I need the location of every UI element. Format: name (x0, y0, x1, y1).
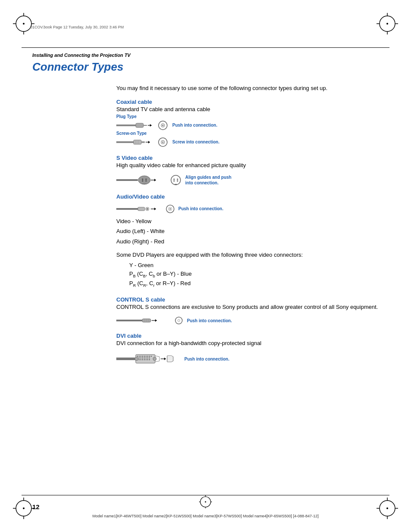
coaxial-plug-svg (116, 121, 155, 130)
svideo-row: Align guides and pushinto connection. (116, 174, 383, 186)
coaxial-title: Coaxial cable (116, 99, 383, 105)
main-content: You may find it necessary to use some of… (116, 84, 383, 373)
screw-type-label: Screw-on Type (116, 131, 383, 136)
svg-point-44 (138, 176, 150, 184)
svg-point-31 (162, 124, 164, 126)
svg-marker-73 (155, 319, 157, 322)
page-title: Connector Types (32, 60, 123, 74)
svg-rect-88 (139, 358, 140, 358)
av-color-3: Audio (Right) - Red (116, 237, 383, 246)
svg-rect-77 (136, 355, 155, 363)
svg-rect-59 (138, 207, 145, 211)
dvi-cable-svg (116, 352, 181, 365)
svg-point-66 (170, 208, 171, 209)
file-metadata: 01COV.book Page 12 Tuesday, July 30, 200… (30, 25, 124, 29)
svg-point-45 (142, 178, 143, 180)
dvd-list-item-2: PB (CB, Cb or B–Y) - Blue (129, 270, 383, 279)
top-rule (22, 47, 389, 48)
svideo-align-note: Align guides and pushinto connection. (185, 174, 231, 186)
svg-rect-25 (136, 123, 143, 128)
av-row: Push into connection. (116, 204, 383, 214)
svg-rect-96 (139, 359, 140, 360)
svg-marker-63 (154, 208, 156, 210)
dvi-row: Push into connection. (116, 352, 383, 365)
svg-rect-81 (142, 356, 143, 357)
svg-rect-83 (146, 356, 146, 357)
svideo-title: S Video cable (116, 155, 383, 161)
footer-text: Model name1[KP-46WT500] Model name2[KP-5… (0, 514, 411, 518)
dvi-push-note: Push into connection. (184, 357, 229, 361)
av-cable-svg (116, 204, 164, 214)
svg-point-56 (177, 180, 178, 181)
svg-rect-92 (146, 358, 146, 358)
svg-rect-94 (149, 358, 150, 358)
svg-rect-89 (140, 358, 141, 358)
svg-point-52 (171, 175, 181, 185)
intro-text: You may find it necessary to use some of… (116, 84, 383, 93)
svg-point-48 (146, 180, 147, 181)
svg-rect-37 (141, 141, 145, 143)
av-socket-svg (165, 204, 175, 214)
dvi-title: DVI cable (116, 333, 383, 339)
svg-rect-97 (140, 359, 141, 360)
svg-point-19 (386, 507, 388, 509)
center-bottom-mark (199, 495, 212, 510)
svg-point-54 (177, 178, 178, 180)
av-color-1: Video - Yellow (116, 217, 383, 226)
svg-point-74 (175, 317, 182, 324)
svg-marker-28 (150, 124, 152, 127)
svg-rect-100 (146, 359, 146, 360)
svideo-desc: High quality video cable for enhanced pi… (116, 162, 383, 168)
coaxial-socket-svg (157, 121, 169, 130)
svg-rect-93 (147, 358, 148, 358)
svg-point-61 (147, 208, 148, 209)
coaxial-screw-svg (116, 137, 155, 147)
dvd-list-item-1: Y - Green (129, 261, 383, 270)
svg-rect-78 (137, 356, 138, 357)
svg-rect-98 (142, 359, 143, 360)
corner-mark-tr (377, 13, 398, 34)
svg-rect-86 (151, 356, 152, 357)
svg-point-46 (146, 178, 147, 180)
coaxial-section: Coaxial cable Standard TV cable and ante… (116, 99, 383, 147)
svg-rect-80 (140, 356, 141, 357)
controls-desc: CONTROL S connections are exclusive to S… (116, 304, 383, 310)
svg-point-47 (142, 180, 143, 181)
controls-cable-svg (116, 316, 172, 325)
page-number: 12 (32, 503, 40, 510)
svg-marker-39 (148, 141, 150, 143)
dvd-note: Some DVD Players are equipped with the f… (116, 251, 383, 259)
svg-point-103 (135, 357, 138, 361)
av-section: Audio/Video cable Push into conn (116, 193, 383, 289)
svg-point-7 (386, 23, 388, 25)
coaxial-desc: Standard TV cable and antenna cable (116, 106, 383, 112)
svg-rect-90 (142, 358, 143, 358)
svg-rect-102 (149, 359, 150, 360)
svideo-socket-svg (170, 175, 182, 185)
plug-push-note: Push into connection. (172, 123, 217, 128)
svg-marker-51 (154, 179, 156, 181)
screw-push-note: Screw into connection. (172, 140, 219, 144)
svg-rect-76 (116, 358, 136, 360)
svideo-section: S Video cable High quality video cable f… (116, 155, 383, 186)
svideo-cable-svg (116, 175, 168, 185)
dvi-desc: DVI connection for a high-bandwidth copy… (116, 340, 383, 346)
svg-rect-79 (139, 356, 140, 357)
svg-rect-24 (116, 124, 136, 126)
svg-point-55 (174, 180, 175, 181)
controls-push-note: Push into connection. (187, 318, 232, 323)
svg-rect-57 (174, 184, 177, 185)
svg-point-1 (23, 23, 25, 25)
controls-title: CONTROL S cable (116, 296, 383, 303)
svg-rect-49 (142, 184, 146, 184)
dvd-list-item-3: PR (CR, Cr or R–Y) - Red (129, 279, 383, 289)
svg-marker-106 (164, 358, 166, 360)
svg-rect-67 (116, 320, 142, 321)
plug-type-label: Plug Type (116, 114, 383, 119)
svg-rect-84 (147, 356, 148, 357)
controls-socket-svg (174, 316, 184, 325)
svg-rect-85 (149, 356, 150, 357)
svg-point-13 (23, 507, 25, 509)
svg-rect-58 (116, 208, 138, 210)
svg-rect-32 (116, 141, 134, 143)
